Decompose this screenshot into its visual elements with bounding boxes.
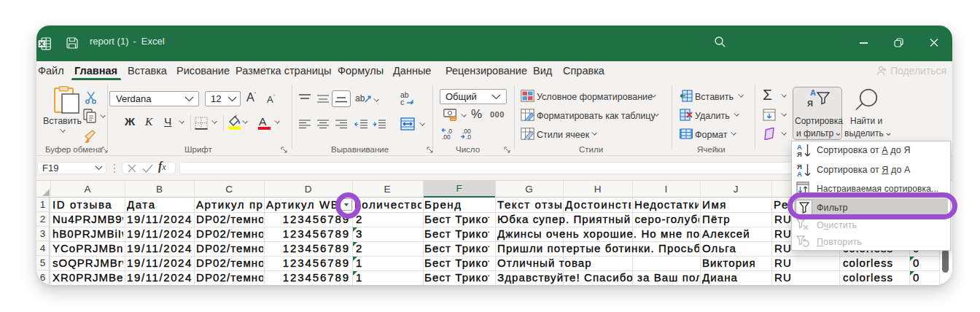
svg-text:c: c [400, 98, 404, 106]
svg-text:ab: ab [355, 93, 365, 104]
svg-text:.00: .00 [442, 133, 451, 140]
svg-text:.0: .0 [466, 133, 471, 140]
